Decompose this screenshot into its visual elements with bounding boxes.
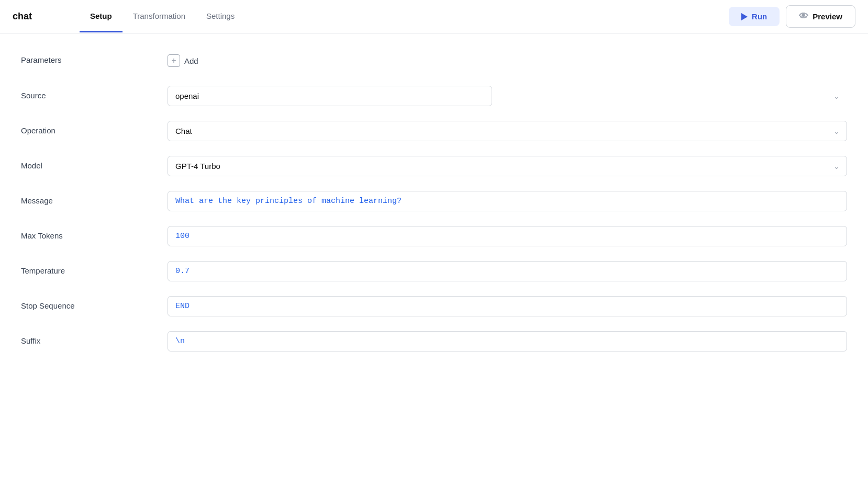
add-label: Add [184, 56, 198, 65]
suffix-input[interactable] [168, 331, 847, 351]
suffix-label: Suffix [21, 331, 168, 345]
app-container: chat Setup Transformation Settings Run 👁… [0, 0, 868, 500]
max-tokens-row: Max Tokens [21, 226, 847, 246]
operation-select-wrapper: Chat ⌄ [168, 121, 847, 141]
header: chat Setup Transformation Settings Run 👁… [0, 0, 868, 33]
operation-select[interactable]: Chat [168, 121, 847, 141]
model-row: Model GPT-4 Turbo ⌄ [21, 156, 847, 176]
source-select[interactable]: openai [168, 86, 492, 106]
message-label: Message [21, 191, 168, 205]
stop-sequence-label: Stop Sequence [21, 296, 168, 310]
max-tokens-label: Max Tokens [21, 226, 168, 240]
tab-setup[interactable]: Setup [80, 1, 123, 32]
message-row: Message [21, 191, 847, 211]
operation-control: Chat ⌄ [168, 121, 847, 141]
model-select[interactable]: GPT-4 Turbo [168, 156, 847, 176]
max-tokens-input[interactable] [168, 226, 847, 246]
message-control [168, 191, 847, 211]
message-input[interactable] [168, 191, 847, 211]
preview-button[interactable]: 👁 Preview [786, 5, 855, 28]
model-label: Model [21, 156, 168, 170]
play-icon [741, 13, 748, 20]
form-content: Parameters + Add Source openai ⌄ [0, 33, 868, 383]
source-label: Source [21, 86, 168, 100]
suffix-control [168, 331, 847, 351]
stop-sequence-input[interactable] [168, 296, 847, 316]
stop-sequence-row: Stop Sequence [21, 296, 847, 316]
plus-icon: + [168, 54, 180, 67]
operation-row: Operation Chat ⌄ [21, 121, 847, 141]
temperature-label: Temperature [21, 261, 168, 275]
parameters-row: Parameters + Add [21, 50, 847, 71]
run-label: Run [752, 12, 767, 21]
tab-settings[interactable]: Settings [196, 1, 245, 32]
source-control: openai ⌄ [168, 86, 847, 106]
eye-icon: 👁 [799, 11, 808, 22]
model-control: GPT-4 Turbo ⌄ [168, 156, 847, 176]
parameters-control: + Add [168, 50, 847, 71]
model-select-wrapper: GPT-4 Turbo ⌄ [168, 156, 847, 176]
run-button[interactable]: Run [729, 7, 780, 26]
app-title: chat [13, 11, 54, 22]
tab-transformation[interactable]: Transformation [123, 1, 196, 32]
header-actions: Run 👁 Preview [729, 5, 855, 28]
temperature-input[interactable] [168, 261, 847, 281]
add-parameter-button[interactable]: + Add [168, 50, 198, 71]
preview-label: Preview [813, 12, 842, 21]
source-row: Source openai ⌄ [21, 86, 847, 106]
stop-sequence-control [168, 296, 847, 316]
chevron-down-icon: ⌄ [833, 92, 840, 100]
temperature-row: Temperature [21, 261, 847, 281]
tab-bar: Setup Transformation Settings [80, 1, 729, 32]
temperature-control [168, 261, 847, 281]
max-tokens-control [168, 226, 847, 246]
source-select-wrapper: openai ⌄ [168, 86, 847, 106]
suffix-row: Suffix [21, 331, 847, 351]
parameters-label: Parameters [21, 50, 168, 64]
operation-label: Operation [21, 121, 168, 135]
